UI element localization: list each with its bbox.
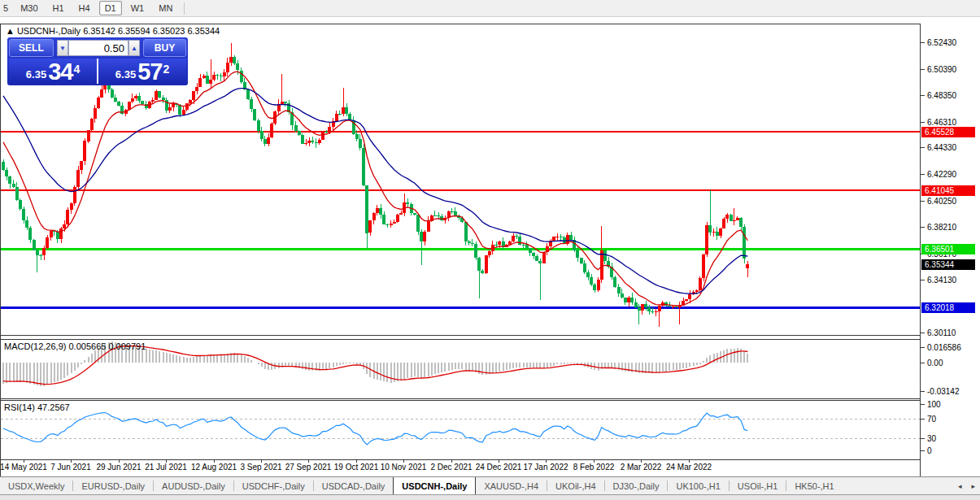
one-click-trading-panel: SELL ▼ ▲ BUY 6.35 34 4 6.35 57 2 xyxy=(7,37,188,85)
price-tick-label: 6.46310 xyxy=(927,118,956,127)
mt4-window: 5M30H1H4D1W1MN ▲USDCNH-,Daily6.351426.35… xyxy=(0,0,980,500)
price-tick-label: 6.40250 xyxy=(927,197,956,206)
chevron-down-icon: ▼ xyxy=(59,45,66,52)
date-label: 27 Sep 2021 xyxy=(285,463,332,472)
rsi-tick xyxy=(921,404,925,405)
macd-tick-label: -0.03142 xyxy=(927,387,959,396)
volume-increase-button[interactable]: ▲ xyxy=(128,40,140,56)
price-tick xyxy=(921,280,925,280)
chart-tab-usdchf[interactable]: USDCHF-,Daily xyxy=(234,477,313,494)
price-tick-label: 6.30110 xyxy=(927,328,956,337)
macd-label: MACD(12,26,9) 0.005665 0.009791 xyxy=(4,341,146,351)
level-price-badge: 6.32018 xyxy=(921,302,975,313)
date-label: 21 Jul 2021 xyxy=(145,463,187,472)
chart-tab-bar: USDX,WeeklyEURUSD-,DailyAUDUSD-,DailyUSD… xyxy=(0,476,980,495)
date-label: 7 Jun 2021 xyxy=(50,463,91,472)
chart-tab-usdcnh[interactable]: USDCNH-,Daily xyxy=(393,476,476,494)
date-label: 29 Jun 2021 xyxy=(96,463,141,472)
price-tick-label: 6.34130 xyxy=(927,276,956,285)
price-tick xyxy=(921,333,925,333)
chevron-up-icon: ▲ xyxy=(131,45,137,52)
buy-price-pip: 2 xyxy=(163,65,169,73)
price-tick-label: 6.44330 xyxy=(927,143,956,152)
current-price-badge: 6.35344 xyxy=(921,259,975,270)
macd-tick xyxy=(921,363,925,363)
timeframe-button-mn[interactable]: MN xyxy=(153,1,178,15)
price-tick-label: 6.38210 xyxy=(927,223,956,232)
tab-scroll-left-icon[interactable]: ◂ xyxy=(958,482,962,490)
price-tick xyxy=(921,201,925,202)
trade-controls-row: SELL ▼ ▲ BUY xyxy=(9,39,186,57)
volume-decrease-button[interactable]: ▼ xyxy=(57,40,68,56)
price-tick xyxy=(921,227,925,228)
date-label: 8 Feb 2022 xyxy=(573,463,615,472)
price-tick xyxy=(921,122,925,123)
time-axis[interactable]: 14 May 20217 Jun 202129 Jun 202121 Jul 2… xyxy=(1,460,921,476)
date-label: 17 Jan 2022 xyxy=(523,463,568,472)
chart-tab-xauusd[interactable]: XAUUSD-,H4 xyxy=(476,477,547,494)
rsi-tick xyxy=(921,450,925,451)
symbol-header: ▲USDCNH-,Daily6.351426.355946.350236.353… xyxy=(6,26,222,36)
timeframe-button-5[interactable]: 5 xyxy=(2,1,11,15)
rsi-indicator-chart[interactable] xyxy=(1,401,921,459)
toolbar-separator xyxy=(184,2,185,15)
timeframe-button-d1[interactable]: D1 xyxy=(99,1,122,15)
chart-tab-dj30[interactable]: DJ30-,Daily xyxy=(605,477,668,494)
ohlc-close: 6.35344 xyxy=(187,26,220,36)
buy-price-display[interactable]: 6.35 57 2 xyxy=(98,59,186,84)
tab-scroll-right-icon[interactable]: ▸ xyxy=(971,482,975,490)
chart-tab-usdcad[interactable]: USDCAD-,Daily xyxy=(314,477,394,494)
chart-tab-ukoil[interactable]: UKOil-,H4 xyxy=(547,477,604,494)
sell-price-big-digits: 34 xyxy=(48,61,72,83)
date-label: 14 May 2021 xyxy=(0,463,47,472)
chart-tab-hk50[interactable]: HK50-,H1 xyxy=(786,477,842,494)
chart-tab-audusd[interactable]: AUDUSD-,Daily xyxy=(154,477,233,494)
rsi-tick-label: 30 xyxy=(927,434,936,443)
timeframe-button-m30[interactable]: M30 xyxy=(15,1,43,15)
volume-input[interactable] xyxy=(68,40,128,56)
ohlc-low: 6.35023 xyxy=(153,26,185,36)
price-tick xyxy=(921,147,925,148)
panel-collapse-icon[interactable]: ▲ xyxy=(6,26,15,36)
chart-panel: ▲USDCNH-,Daily6.351426.355946.350236.353… xyxy=(0,24,921,476)
date-label: 2 Mar 2022 xyxy=(621,463,662,472)
price-axis[interactable]: 6.524306.503906.483506.463106.443306.422… xyxy=(920,24,980,476)
sell-price-pip: 4 xyxy=(73,65,80,73)
chart-tab-usoil[interactable]: USOil-,H1 xyxy=(730,477,786,494)
chart-tab-usdx[interactable]: USDX,Weekly xyxy=(0,477,72,494)
chart-tab-eurusd[interactable]: EURUSD-,Daily xyxy=(73,477,153,494)
rsi-tick xyxy=(921,419,925,420)
chart-tab-uk100[interactable]: UK100-,H1 xyxy=(668,477,728,494)
timeframe-button-h1[interactable]: H1 xyxy=(47,1,70,15)
rsi-tick-label: 70 xyxy=(927,415,936,424)
window-bottom-strip xyxy=(0,495,980,500)
sell-price-display[interactable]: 6.35 34 4 xyxy=(9,59,97,84)
date-label: 24 Dec 2021 xyxy=(476,463,522,472)
rsi-tick-label: 100 xyxy=(927,400,941,409)
timeframe-button-w1[interactable]: W1 xyxy=(125,1,150,15)
timeframe-button-h4[interactable]: H4 xyxy=(73,1,96,15)
timeframe-toolbar: 5M30H1H4D1W1MN xyxy=(0,0,980,17)
level-price-badge: 6.45528 xyxy=(921,127,975,137)
tab-scroll-arrows: ◂▸ xyxy=(958,477,975,495)
buy-price-prefix: 6.35 xyxy=(115,67,136,83)
price-tick-label: 6.48350 xyxy=(927,91,956,100)
sell-button[interactable]: SELL xyxy=(9,39,54,57)
price-tick-label: 6.52430 xyxy=(927,38,956,47)
level-price-badge: 6.36501 xyxy=(921,244,975,254)
rsi-tick-label: 0 xyxy=(927,446,932,455)
buy-button[interactable]: BUY xyxy=(143,39,186,57)
trade-price-row: 6.35 34 4 6.35 57 2 xyxy=(9,59,186,84)
price-tick-label: 6.42290 xyxy=(927,170,956,179)
macd-tick-label: 0.00 xyxy=(927,359,943,367)
level-price-badge: 6.41045 xyxy=(921,185,975,196)
date-label: 19 Oct 2021 xyxy=(334,463,378,472)
price-tick xyxy=(921,174,925,175)
ohlc-open: 6.35142 xyxy=(83,26,115,36)
price-tick xyxy=(921,69,925,70)
date-label: 3 Sep 2021 xyxy=(240,463,281,472)
macd-tick-label: 0.016586 xyxy=(927,343,961,352)
price-tick-label: 6.50390 xyxy=(927,65,956,74)
price-tick xyxy=(921,95,925,96)
sell-price-prefix: 6.35 xyxy=(26,67,46,83)
